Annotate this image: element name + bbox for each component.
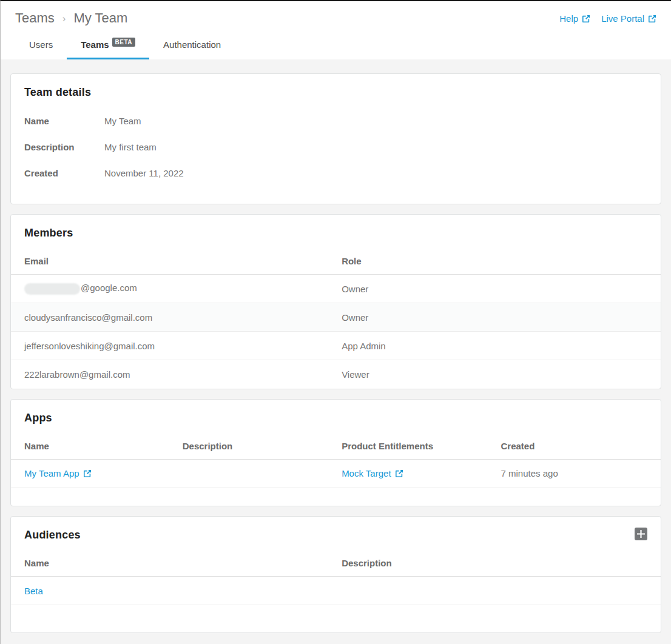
tab-teams-label: Teams — [81, 39, 109, 50]
tab-users-label: Users — [29, 39, 53, 50]
member-role: App Admin — [342, 332, 661, 360]
redacted-email-blob — [24, 283, 80, 295]
app-name-cell: My Team App — [11, 459, 183, 488]
table-row: jeffersonloveshiking@gmail.com App Admin — [11, 332, 661, 360]
detail-value: My first team — [104, 142, 157, 152]
member-role: Viewer — [342, 360, 661, 389]
detail-value: My Team — [104, 116, 141, 126]
external-link-icon — [648, 15, 656, 23]
table-footer-row — [11, 605, 661, 632]
external-link-icon — [395, 469, 403, 478]
help-link[interactable]: Help — [559, 13, 590, 24]
page-header: Teams › My Team Help Live Portal Users T… — [1, 1, 671, 59]
audiences-title: Audiences — [24, 529, 81, 542]
tab-authentication[interactable]: Authentication — [149, 34, 235, 59]
detail-label: Created — [24, 168, 104, 178]
breadcrumb-current-page: My Team — [73, 10, 127, 26]
tab-bar: Users TeamsBETA Authentication — [1, 34, 671, 59]
live-portal-link-label: Live Portal — [601, 13, 644, 24]
table-row: Beta — [11, 577, 661, 605]
app-description — [183, 459, 342, 488]
apps-col-name: Name — [11, 434, 183, 460]
apps-col-created: Created — [501, 434, 661, 460]
app-created: 7 minutes ago — [501, 459, 661, 488]
audiences-table: Name Description Beta — [11, 551, 661, 632]
detail-label: Description — [24, 142, 104, 152]
team-details-title: Team details — [24, 86, 91, 99]
member-role: Owner — [342, 303, 661, 332]
table-row: 222larabrown@gmail.com Viewer — [11, 360, 661, 389]
table-row: cloudysanfrancisco@gmail.com Owner — [11, 303, 661, 332]
audiences-col-description: Description — [342, 551, 661, 577]
members-col-role: Role — [342, 249, 661, 275]
breadcrumb: Teams › My Team — [15, 10, 127, 26]
breadcrumb-teams[interactable]: Teams — [15, 10, 55, 26]
members-card: Members Email Role @google.com Owner clo… — [10, 214, 661, 389]
add-audience-button[interactable] — [635, 528, 647, 540]
detail-row-name: Name My Team — [24, 116, 647, 126]
member-email: cloudysanfrancisco@gmail.com — [11, 303, 342, 332]
tab-authentication-label: Authentication — [163, 39, 221, 50]
external-link-icon — [582, 15, 590, 23]
detail-label: Name — [24, 116, 104, 126]
audiences-col-name: Name — [11, 551, 342, 577]
member-email: @google.com — [81, 283, 137, 293]
app-entitlement-link[interactable]: Mock Target — [342, 468, 403, 478]
beta-badge: BETA — [112, 38, 135, 47]
team-details-card: Team details Name My Team Description My… — [10, 73, 661, 204]
members-col-email: Email — [11, 249, 342, 275]
plus-icon — [637, 530, 645, 538]
apps-col-description: Description — [183, 434, 342, 460]
audiences-card: Audiences Name Description Beta — [10, 516, 661, 633]
detail-row-description: Description My first team — [24, 142, 647, 152]
tab-users[interactable]: Users — [15, 34, 67, 59]
member-email: 222larabrown@gmail.com — [11, 360, 342, 389]
main-content: Team details Name My Team Description My… — [1, 59, 671, 640]
breadcrumb-chevron-icon: › — [62, 12, 66, 25]
audience-name-link[interactable]: Beta — [24, 586, 43, 596]
table-footer-row — [11, 488, 661, 506]
detail-value: November 11, 2022 — [104, 168, 184, 178]
apps-card: Apps Name Description Product Entitlemen… — [10, 399, 661, 507]
table-row: @google.com Owner — [11, 275, 661, 303]
audience-description — [342, 577, 661, 605]
tab-teams[interactable]: TeamsBETA — [67, 34, 149, 59]
apps-col-entitlements: Product Entitlements — [342, 434, 501, 460]
external-link-icon — [83, 469, 92, 478]
members-table: Email Role @google.com Owner cloudysanfr… — [11, 249, 661, 389]
member-email-cell: @google.com — [11, 275, 342, 303]
members-title: Members — [24, 227, 73, 240]
live-portal-link[interactable]: Live Portal — [601, 13, 656, 24]
app-entitlement: Mock Target — [342, 468, 391, 478]
table-row: My Team App Mock Target 7 minutes ago — [11, 459, 661, 488]
member-email: jeffersonloveshiking@gmail.com — [11, 332, 342, 360]
app-entitlements-cell: Mock Target — [342, 459, 501, 488]
header-links: Help Live Portal — [559, 10, 656, 24]
apps-table: Name Description Product Entitlements Cr… — [11, 434, 661, 506]
app-name: My Team App — [24, 468, 79, 478]
app-name-link[interactable]: My Team App — [24, 468, 92, 478]
detail-row-created: Created November 11, 2022 — [24, 168, 647, 178]
audience-name: Beta — [24, 586, 43, 596]
help-link-label: Help — [559, 13, 578, 24]
member-role: Owner — [342, 275, 661, 303]
apps-title: Apps — [24, 412, 52, 424]
audience-name-cell: Beta — [11, 577, 342, 605]
